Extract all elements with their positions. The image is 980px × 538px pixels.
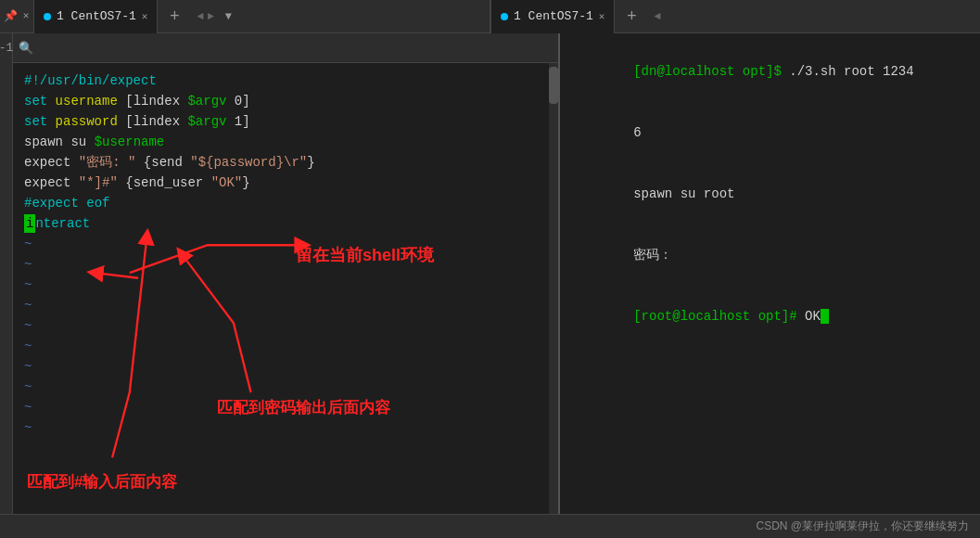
- ok-text: OK: [805, 309, 821, 324]
- code-line-8: interact: [13, 213, 558, 234]
- password-rest: [lindex: [118, 112, 188, 131]
- set-keyword: set: [24, 92, 56, 110]
- spawn-text: spawn su: [24, 133, 95, 151]
- sidebar-minus: -1: [0, 41, 13, 55]
- left-panel: 🔍 #!/usr/bin/expect set username [lindex…: [13, 33, 560, 514]
- cursor-block: [821, 309, 829, 324]
- tilde-6: ~: [13, 336, 558, 356]
- left-add-tab-button[interactable]: +: [161, 4, 187, 30]
- expect2-rest: {send_user: [118, 173, 211, 192]
- tilde-4: ~: [13, 295, 558, 315]
- set-keyword2: set: [24, 112, 56, 131]
- code-area[interactable]: #!/usr/bin/expect set username [lindex $…: [13, 63, 558, 514]
- left-tab-section: 📌 ✕ 1 CentOS7-1 ✕ + ◄ ► ▼: [0, 0, 490, 33]
- main-content: -1 🔍 #!/usr/bin/expect set username [lin…: [0, 33, 980, 514]
- comment-text2: of: [95, 194, 110, 212]
- code-line-3: set password [lindex $argv 1]: [13, 111, 558, 132]
- password-prompt: 密码：: [633, 248, 672, 263]
- code-line-4: spawn su $username: [13, 132, 558, 152]
- expect1-str: "密码: ": [79, 153, 136, 172]
- code-line-7: #expect eof: [13, 193, 558, 213]
- expect1-send: "${password}\r": [190, 153, 307, 172]
- interact-cursor: i: [24, 214, 35, 233]
- argv1-rest: 1]: [226, 112, 249, 131]
- expect1-text: expect: [24, 153, 79, 172]
- terminal-area[interactable]: [dn@localhost opt]$ ./3.sh root 1234 6 s…: [560, 33, 980, 514]
- expect1-close: }: [307, 153, 314, 172]
- expect2-str: "*]#": [79, 173, 118, 192]
- terminal-line-3: spawn su root: [571, 163, 969, 224]
- nav-right-icon[interactable]: ►: [208, 10, 214, 23]
- password-var: password: [56, 112, 118, 131]
- tilde-2: ~: [13, 254, 558, 275]
- terminal-line-2: 6: [571, 102, 969, 163]
- argv0: $argv: [187, 92, 226, 110]
- terminal-line-1: [dn@localhost opt]$ ./3.sh root 1234: [571, 41, 969, 102]
- tilde-8: ~: [13, 377, 558, 397]
- interact-text: nteract: [35, 214, 90, 233]
- right-tab-dot: [501, 13, 508, 20]
- annotation-hash-match: 匹配到#输入后面内容: [27, 471, 177, 493]
- shebang-text: #!/usr/bin/expect: [24, 71, 157, 90]
- tab-dot: [44, 13, 51, 20]
- right-tab-label: 1 CentOS7-1: [514, 9, 593, 23]
- footer: CSDN @莱伊拉啊莱伊拉，你还要继续努力: [0, 514, 980, 538]
- scrollbar-thumb: [549, 67, 558, 104]
- left-tab-close-icon[interactable]: ✕: [142, 10, 148, 22]
- code-line-6: expect "*]#" {send_user "OK"}: [13, 173, 558, 193]
- search-bar: 🔍: [13, 33, 558, 63]
- search-icon: 🔍: [19, 41, 33, 56]
- tab-bar: 📌 ✕ 1 CentOS7-1 ✕ + ◄ ► ▼ 1 CentOS7-1 ✕ …: [0, 0, 980, 33]
- right-tab-close-icon[interactable]: ✕: [599, 10, 605, 22]
- left-tab[interactable]: 1 CentOS7-1 ✕: [33, 0, 158, 33]
- tilde-1: ~: [13, 234, 558, 254]
- right-panel: [dn@localhost opt]$ ./3.sh root 1234 6 s…: [560, 33, 980, 514]
- expect2-close: }: [242, 173, 249, 192]
- terminal-line-5: [root@localhost opt]# OK: [571, 286, 969, 347]
- username-var: username: [56, 92, 118, 110]
- sidebar-strip: -1: [0, 33, 13, 514]
- tab-dropdown-icon[interactable]: ▼: [220, 10, 237, 23]
- spawn-output: spawn su root: [633, 186, 734, 201]
- output-6: 6: [633, 125, 641, 140]
- nav-arrows: ◄ ►: [191, 10, 219, 23]
- right-tab-section: 1 CentOS7-1 ✕ + ◄: [490, 0, 980, 33]
- comment-text: #expect e: [24, 194, 95, 212]
- footer-text: CSDN @莱伊拉啊莱伊拉，你还要继续努力: [756, 519, 969, 532]
- prompt-1: [dn@localhost opt]$: [633, 64, 789, 79]
- right-nav-arrows: ◄: [648, 10, 666, 23]
- code-line-1: #!/usr/bin/expect: [13, 70, 558, 91]
- scrollbar[interactable]: [549, 63, 558, 514]
- cmd-1: ./3.sh root 1234: [789, 64, 913, 79]
- argv1: $argv: [187, 112, 226, 131]
- close-left-icon[interactable]: ✕: [19, 9, 33, 24]
- argv0-rest: 0]: [226, 92, 249, 110]
- tilde-10: ~: [13, 417, 558, 438]
- tilde-5: ~: [13, 315, 558, 336]
- expect1-rest: {send: [135, 153, 190, 172]
- expect2-text: expect: [24, 173, 79, 192]
- tilde-7: ~: [13, 356, 558, 377]
- terminal-line-4: 密码：: [571, 224, 969, 286]
- right-nav-left-icon[interactable]: ◄: [654, 10, 660, 23]
- left-tab-label: 1 CentOS7-1: [57, 9, 136, 23]
- expect2-ok: "OK": [211, 173, 243, 192]
- right-add-tab-button[interactable]: +: [618, 4, 644, 30]
- tilde-9: ~: [13, 397, 558, 417]
- code-line-2: set username [lindex $argv 0]: [13, 91, 558, 111]
- pin-icon: 📌: [0, 9, 19, 23]
- right-tab[interactable]: 1 CentOS7-1 ✕: [490, 0, 615, 33]
- nav-left-icon[interactable]: ◄: [197, 10, 203, 23]
- code-line-5: expect "密码: " {send "${password}\r"}: [13, 152, 558, 173]
- username-ref: $username: [95, 133, 165, 151]
- tilde-3: ~: [13, 275, 558, 295]
- username-rest: [lindex: [118, 92, 188, 110]
- root-prompt: [root@localhost opt]#: [633, 309, 805, 324]
